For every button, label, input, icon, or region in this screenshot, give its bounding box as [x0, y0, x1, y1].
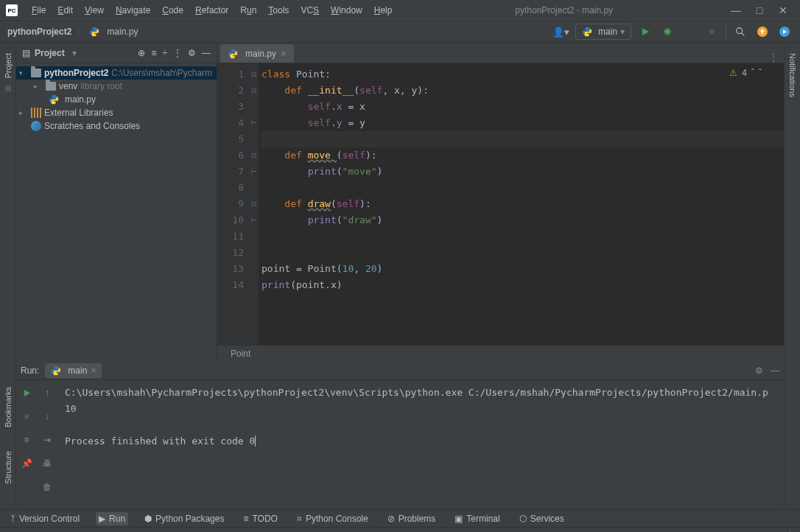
window-title: pythonProject2 - main.py: [397, 5, 731, 15]
title-bar: PC File Edit View Navigate Code Refactor…: [0, 0, 800, 21]
chevron-down-icon[interactable]: ▾: [19, 69, 28, 77]
run-coverage-button[interactable]: ⬚: [681, 24, 698, 40]
stop-button[interactable]: ■: [18, 408, 35, 424]
add-user-icon[interactable]: 👤▾: [552, 27, 569, 38]
tree-venv-tag: library root: [80, 81, 122, 91]
editor-breadcrumbs[interactable]: Point: [217, 345, 784, 361]
ide-updates-icon[interactable]: [754, 24, 771, 40]
project-tool-tab[interactable]: Project: [2, 49, 14, 83]
package-icon: ⬢: [144, 514, 152, 524]
tw-terminal[interactable]: ▣Terminal: [452, 512, 502, 525]
left-tool-rail-lower: Bookmarks Structure: [0, 361, 16, 509]
line-number-gutter: 1234567891011121314: [217, 63, 250, 345]
tw-run[interactable]: ▶Run: [96, 512, 128, 525]
services-icon: ⬡: [519, 514, 527, 524]
panel-menu-icon[interactable]: ⋮: [173, 48, 182, 58]
python-file-icon: [49, 94, 59, 105]
bookmarks-tab[interactable]: Bookmarks: [2, 382, 14, 432]
tree-mainfile[interactable]: main.py: [16, 93, 217, 106]
notifications-tab[interactable]: Notifications: [787, 49, 799, 102]
clear-icon[interactable]: 🗑: [39, 479, 55, 495]
right-tool-rail-lower: [784, 361, 800, 509]
tree-root[interactable]: ▾ pythonProject2 C:\Users\mshah\Pycharm: [16, 66, 217, 80]
code-content[interactable]: class Point: def __init__(self, x, y): s…: [259, 63, 784, 345]
tree-root-name: pythonProject2: [44, 68, 108, 78]
stop-button[interactable]: ■: [703, 24, 720, 40]
menu-code[interactable]: Code: [157, 2, 189, 18]
run-toolbar-left: ■ ≡ 📌: [16, 380, 37, 509]
run-button[interactable]: [637, 24, 653, 40]
breadcrumb-sep-icon: 〉: [76, 26, 85, 38]
menu-run[interactable]: Run: [235, 2, 262, 18]
tree-external-libs[interactable]: ▸ External Libraries: [16, 106, 217, 119]
ide-features-icon[interactable]: [776, 24, 793, 40]
run-config-selector[interactable]: main ▾: [575, 24, 631, 40]
scratches-icon: [31, 121, 41, 131]
run-settings-icon[interactable]: ⚙: [755, 365, 763, 376]
collapse-all-icon[interactable]: ÷: [162, 48, 167, 58]
library-icon: [31, 108, 41, 118]
editor-tab-main[interactable]: main.py ×: [220, 44, 294, 63]
pin-icon[interactable]: 📌: [18, 455, 35, 472]
chevron-right-icon[interactable]: ▸: [34, 83, 43, 90]
run-tab[interactable]: main ×: [45, 363, 102, 378]
hide-panel-icon[interactable]: —: [202, 48, 211, 58]
svg-point-1: [737, 28, 743, 34]
chevron-down-icon[interactable]: ▾: [72, 48, 77, 58]
tree-mainfile-name: main.py: [65, 94, 96, 105]
editor-tab-label: main.py: [245, 49, 276, 59]
menu-tools[interactable]: Tools: [263, 2, 294, 18]
down-stack-icon[interactable]: ↓: [39, 408, 55, 424]
inspection-widget[interactable]: ⚠ 4 ˆ ˇ: [729, 68, 762, 78]
menu-vcs[interactable]: VCS: [295, 2, 324, 18]
prev-highlight-icon[interactable]: ˆ: [751, 68, 754, 78]
menu-edit[interactable]: Edit: [52, 2, 78, 18]
tw-problems[interactable]: ⊘Problems: [385, 512, 439, 525]
warning-count: 4: [742, 68, 747, 78]
up-stack-icon[interactable]: ↑: [39, 385, 55, 401]
tw-python-packages[interactable]: ⬢Python Packages: [141, 512, 227, 525]
close-tab-icon[interactable]: ×: [91, 365, 96, 376]
hide-run-panel-icon[interactable]: —: [771, 365, 779, 376]
tw-todo[interactable]: ≡TODO: [240, 512, 280, 525]
rerun-button[interactable]: [18, 385, 35, 401]
soft-wrap-icon[interactable]: ⇥: [39, 432, 55, 448]
window-controls: — □ ✕: [731, 5, 788, 15]
settings-icon[interactable]: ⚙: [188, 48, 196, 58]
project-panel-header: ▤ Project ▾ ⊕ ≡ ÷ ⋮ ⚙ —: [16, 43, 217, 63]
select-opened-file-icon[interactable]: ⊕: [138, 48, 145, 58]
menu-file[interactable]: File: [27, 2, 51, 18]
layout-icon[interactable]: ≡: [18, 432, 35, 448]
print-icon[interactable]: 🖶: [39, 455, 55, 472]
tw-version-control[interactable]: ᛉVersion Control: [7, 512, 83, 525]
editor-tab-menu[interactable]: ⋮: [763, 52, 784, 63]
structure-tab[interactable]: Structure: [2, 447, 14, 489]
tree-venv[interactable]: ▸ venv library root: [16, 80, 217, 93]
debug-button[interactable]: [659, 24, 676, 40]
breadcrumb-file[interactable]: main.py: [107, 27, 138, 37]
search-button[interactable]: [732, 24, 748, 40]
breadcrumb-project[interactable]: pythonProject2: [7, 27, 71, 37]
code-editor[interactable]: 1234567891011121314 ⊟⊟⊢⊟⊢⊟⊢ class Point:…: [217, 63, 784, 345]
output-exit: Process finished with exit code 0: [65, 435, 255, 447]
maximize-button[interactable]: □: [754, 5, 765, 15]
menu-navigate[interactable]: Navigate: [110, 2, 155, 18]
project-panel-title[interactable]: Project: [35, 48, 65, 58]
app-icon: PC: [6, 4, 18, 16]
close-button[interactable]: ✕: [778, 5, 788, 15]
next-highlight-icon[interactable]: ˇ: [759, 68, 762, 78]
run-output[interactable]: C:\Users\mshah\PycharmProjects\pythonPro…: [57, 380, 784, 509]
menu-window[interactable]: Window: [326, 2, 368, 18]
close-tab-icon[interactable]: ×: [281, 48, 287, 59]
menu-view[interactable]: View: [80, 2, 109, 18]
menu-refactor[interactable]: Refactor: [190, 2, 234, 18]
minimize-button[interactable]: —: [731, 5, 741, 15]
menu-bar: File Edit View Navigate Code Refactor Ru…: [27, 2, 397, 18]
tree-scratches[interactable]: Scratches and Consoles: [16, 119, 217, 133]
chevron-right-icon[interactable]: ▸: [19, 109, 28, 116]
tw-services[interactable]: ⬡Services: [516, 512, 567, 525]
crumb-class[interactable]: Point: [231, 349, 250, 359]
tw-python-console[interactable]: ⌗Python Console: [294, 512, 371, 525]
menu-help[interactable]: Help: [369, 2, 398, 18]
expand-all-icon[interactable]: ≡: [151, 48, 156, 58]
